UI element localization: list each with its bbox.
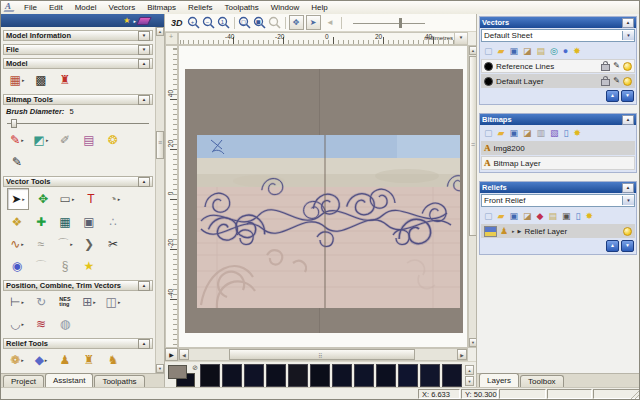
view-3d-button[interactable]: 3D xyxy=(168,18,186,28)
spline-icon[interactable]: § xyxy=(55,256,75,276)
relief-wizard-icon[interactable]: ❁▸ xyxy=(7,350,27,370)
vectors-header[interactable]: Vectors ▲ xyxy=(480,17,636,28)
zoom-previous-icon[interactable] xyxy=(268,16,282,30)
select-vectors-icon[interactable]: ➤▸ xyxy=(7,188,29,210)
new-layer-icon[interactable]: ▤ xyxy=(536,46,545,56)
menu-toolpaths[interactable]: Toolpaths xyxy=(219,3,265,12)
swap-colours-icon[interactable]: ⊘ xyxy=(192,364,198,372)
relief-turn-icon[interactable]: ♜ xyxy=(79,350,99,370)
flyout-arrow-icon[interactable]: ▸ xyxy=(46,137,49,143)
brush-diameter-slider[interactable] xyxy=(7,118,149,128)
import-icon[interactable]: ◪ xyxy=(523,211,532,221)
collapse-arrow-icon[interactable]: ▲ xyxy=(622,18,634,28)
distort-vectors-icon[interactable]: ≋ xyxy=(31,314,51,334)
collapse-arrow-icon[interactable]: ▼ xyxy=(138,31,150,41)
palette-colour-6[interactable] xyxy=(332,364,352,387)
create-polyline-icon[interactable]: ∿▸ xyxy=(7,234,27,254)
menu-file[interactable]: File xyxy=(18,3,43,12)
canvas-horizontal-scrollbar[interactable]: ◀ ▶ xyxy=(178,348,468,361)
draw-pencil-icon[interactable]: ✎ xyxy=(7,152,27,172)
relief-shape-icon[interactable]: ♟ xyxy=(500,226,508,236)
trim-vectors-icon[interactable]: ✂ xyxy=(103,234,123,254)
save-icon[interactable]: ▣ xyxy=(509,128,518,138)
flood-fill-icon[interactable]: ❂ xyxy=(103,130,123,150)
palette-colour-1[interactable] xyxy=(222,364,242,387)
section-header-vector-tools[interactable]: Vector Tools ▲ xyxy=(3,176,153,187)
scrollbar-thumb[interactable] xyxy=(156,131,164,159)
select-layer-vectors-icon[interactable]: ◎ xyxy=(550,46,558,56)
texture-palette-icon[interactable]: ▤ xyxy=(79,130,99,150)
expander-icon[interactable]: ▶ xyxy=(518,228,522,234)
menu-help[interactable]: Help xyxy=(305,3,333,12)
section-header-bitmap-tools[interactable]: Bitmap Tools ▲ xyxy=(3,94,153,105)
move-layer-up-icon[interactable]: ▲ xyxy=(606,240,619,252)
paste-along-curve-icon[interactable]: ∴ xyxy=(103,212,123,232)
save-icon[interactable]: ▣ xyxy=(509,211,518,221)
spin-relief-icon[interactable]: ◆ xyxy=(536,211,543,221)
zoom-out-icon[interactable]: − xyxy=(202,16,216,30)
section-header-position-combine[interactable]: Position, Combine, Trim Vectors ▲ xyxy=(3,280,153,291)
set-model-size-icon[interactable]: ▦▸ xyxy=(7,70,27,90)
collapse-arrow-icon[interactable]: ▲ xyxy=(622,115,634,125)
menu-model[interactable]: Model xyxy=(69,3,103,12)
offset-vector-icon[interactable]: ⌒ xyxy=(31,256,51,276)
save-icon[interactable]: ▣ xyxy=(509,46,518,56)
flyout-arrow-icon[interactable]: ▸ xyxy=(21,357,24,363)
flyout-arrow-icon[interactable]: ▸ xyxy=(21,137,24,143)
flyout-arrow-icon[interactable]: ▸ xyxy=(21,241,24,247)
model-canvas[interactable] xyxy=(185,69,463,333)
add-vectors-icon[interactable]: ✚ xyxy=(31,212,51,232)
new-bitmap-icon[interactable]: ▢ xyxy=(484,128,493,138)
paint-icon[interactable]: ✎▸ xyxy=(7,130,27,150)
dropdown-arrow-icon[interactable]: ▼ xyxy=(622,196,634,205)
lock-icon[interactable] xyxy=(601,64,610,71)
block-copy-icon[interactable]: ⊞▸ xyxy=(79,292,99,312)
collapse-arrow-icon[interactable]: ▼ xyxy=(138,45,150,55)
move-layer-up-icon[interactable]: ▲ xyxy=(606,90,619,102)
delete-icon[interactable]: ▯ xyxy=(564,128,569,138)
palette-colour-9[interactable] xyxy=(398,364,418,387)
lighthouse-icon[interactable]: ♜ xyxy=(55,70,75,90)
section-header-model[interactable]: Model ▲ xyxy=(3,58,153,69)
collapse-arrow-icon[interactable]: ▲ xyxy=(138,59,150,69)
palette-colour-8[interactable] xyxy=(376,364,396,387)
scroll-left-icon[interactable]: ◀ xyxy=(179,349,189,360)
pan-view-icon[interactable]: ✥ xyxy=(289,15,304,30)
eraser-icon[interactable] xyxy=(136,17,152,25)
flyout-arrow-icon[interactable]: ▸ xyxy=(22,77,25,83)
sphere-icon[interactable]: ● xyxy=(563,46,568,56)
shape-editor-icon[interactable]: ❖ xyxy=(7,212,27,232)
palette-colour-0[interactable] xyxy=(200,364,220,387)
menu-reliefs[interactable]: Reliefs xyxy=(182,3,218,12)
nesting-icon[interactable]: NESting xyxy=(55,292,75,312)
toggle-visibility-icon[interactable]: ✸ xyxy=(573,128,581,138)
rotate-view-icon[interactable]: ➤ xyxy=(306,15,321,30)
scroll-origin-button[interactable]: ▶ xyxy=(165,348,178,361)
circular-copy-icon[interactable]: ↻ xyxy=(31,292,51,312)
import-icon[interactable]: ◪ xyxy=(523,128,532,138)
palette-colour-11[interactable] xyxy=(442,364,462,387)
text-on-curve-icon[interactable]: ◔▸ xyxy=(105,189,125,209)
palette-colour-4[interactable] xyxy=(288,364,308,387)
delete-icon[interactable]: ▯ xyxy=(575,211,580,221)
create-boundary-icon[interactable]: ◉ xyxy=(7,256,27,276)
slider-handle[interactable] xyxy=(11,119,17,128)
weld-vectors-icon[interactable]: ◫▸ xyxy=(103,292,123,312)
flyout-arrow-icon[interactable]: ▸ xyxy=(93,299,96,305)
scroll-up-icon[interactable]: ▲ xyxy=(156,27,164,36)
new-relief-icon[interactable]: ▢ xyxy=(484,211,493,221)
palette-colour-7[interactable] xyxy=(354,364,374,387)
flyout-arrow-icon[interactable]: ▸ xyxy=(512,228,515,234)
import-icon[interactable]: ◪ xyxy=(523,46,532,56)
menu-edit[interactable]: Edit xyxy=(43,3,69,12)
palette-colour-5[interactable] xyxy=(310,364,330,387)
section-header-relief-tools[interactable]: Relief Tools ▲ xyxy=(3,338,153,349)
zoom-1to1-icon[interactable]: 1 xyxy=(217,16,231,30)
vector-layer-row[interactable]: Reference Lines ✎ xyxy=(481,59,635,73)
visibility-bulb-icon[interactable] xyxy=(623,227,632,236)
palette-up-icon[interactable]: ▲ xyxy=(465,365,474,375)
bitmap-to-vector-icon[interactable]: ▦ xyxy=(55,212,75,232)
lock-icon[interactable] xyxy=(601,79,610,86)
primary-colour-swatch[interactable] xyxy=(168,365,187,379)
bitmaps-header[interactable]: Bitmaps ▲ xyxy=(480,114,636,125)
